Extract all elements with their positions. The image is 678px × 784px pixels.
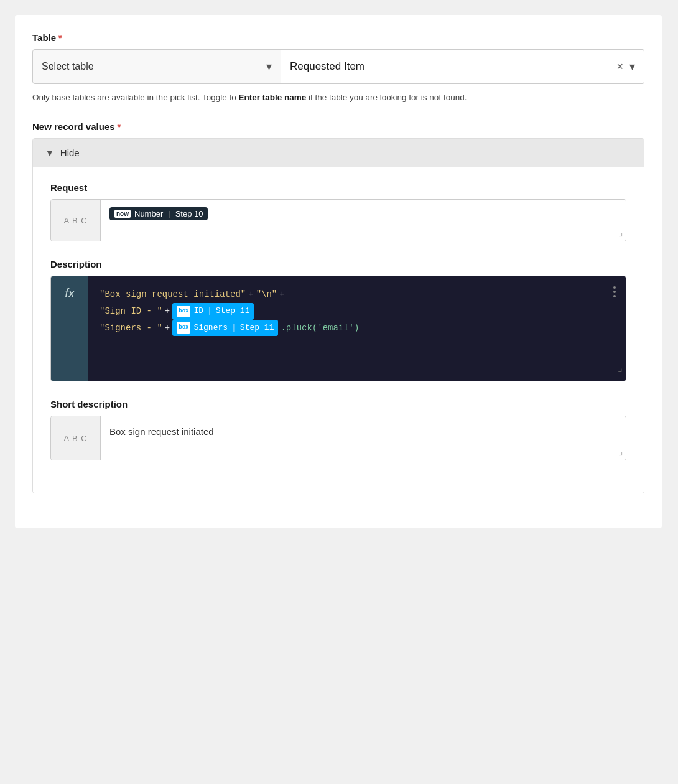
short-description-value: Box sign request initiated (109, 426, 214, 437)
code-line-1: "Box sign request initiated" + "\n" + (100, 286, 615, 303)
table-section: Table * Select table ▾ Requested Item × … (32, 32, 644, 104)
table-helper-text: Only base tables are available in the pi… (32, 91, 629, 104)
code-line1-op1: + (248, 286, 253, 303)
request-field-row: A B C now Number | Step 10 ⌟ (50, 199, 626, 241)
new-record-section: New record values * ▼ Hide Request A B C… (32, 121, 644, 493)
description-code-editor[interactable]: fx "Box sign request initiated" + "\n" (50, 276, 626, 381)
code-editor-gutter: fx (51, 276, 88, 381)
code-editor-body[interactable]: "Box sign request initiated" + "\n" + "S… (88, 276, 626, 381)
table-required-star: * (58, 33, 62, 43)
description-field-block: Description fx "Box sign request initiat… (50, 259, 626, 381)
code-line2-str1: "Sign ID - " (100, 303, 162, 320)
request-field-block: Request A B C now Number | Step 10 ⌟ (50, 182, 626, 241)
request-pill-step: Step 10 (175, 209, 203, 218)
code-line-3: "Signers - " + box Signers | Step 11 .pl… (100, 320, 615, 337)
id-pill-separator: | (207, 304, 212, 319)
request-pill-tag: now Number | Step 10 (109, 207, 208, 220)
record-fields-container: Request A B C now Number | Step 10 ⌟ (33, 167, 644, 493)
code-line1-op2: + (279, 286, 284, 303)
code-line3-op1: + (165, 320, 170, 337)
helper-text-part2: if the table you are looking for is not … (306, 93, 467, 102)
short-desc-resize-handle: ⌟ (618, 446, 623, 457)
select-table-dropdown[interactable]: Select table ▾ (32, 49, 281, 84)
box-logo-signers: box (177, 322, 190, 334)
table-selectors-row: Select table ▾ Requested Item × ▾ (32, 49, 644, 84)
selected-table-value: Requested Item (290, 60, 365, 73)
short-description-content[interactable]: Box sign request initiated ⌟ (101, 416, 626, 460)
new-record-label-text: New record values (32, 121, 115, 132)
request-pill-separator: | (168, 209, 170, 218)
description-resize-handle: ⌟ (617, 360, 623, 378)
vertical-dots-icon (613, 286, 616, 297)
table-section-label: Table * (32, 32, 644, 43)
description-signers-pill: box Signers | Step 11 (172, 320, 278, 337)
collapse-header[interactable]: ▼ Hide (33, 139, 644, 167)
selected-box-controls: × ▾ (616, 60, 635, 73)
code-line3-method: .pluck('email') (281, 320, 359, 337)
request-pill-field: Number (134, 209, 163, 218)
id-pill-field: ID (193, 304, 203, 319)
helper-text-part1: Only base tables are available in the pi… (32, 93, 238, 102)
code-line-2: "Sign ID - " + box ID | Step 11 (100, 303, 615, 320)
new-record-required-star: * (118, 122, 121, 132)
code-line1-str2: "\n" (256, 286, 277, 303)
code-line2-op1: + (165, 303, 170, 320)
id-pill-step: Step 11 (216, 304, 250, 319)
fx-label: fx (65, 286, 75, 301)
request-field-label: Request (50, 182, 626, 193)
helper-text-bold: Enter table name (238, 93, 306, 102)
code-line3-str1: "Signers - " (100, 320, 162, 337)
description-field-label: Description (50, 259, 626, 269)
short-description-field-block: Short description A B C Box sign request… (50, 399, 626, 460)
dropdown-chevron-icon: ▾ (266, 60, 272, 73)
new-record-panel: ▼ Hide Request A B C now Number | (32, 138, 644, 493)
select-table-placeholder: Select table (42, 61, 94, 72)
page-container: Table * Select table ▾ Requested Item × … (15, 15, 662, 528)
short-description-label: Short description (50, 399, 626, 409)
short-description-field-row: A B C Box sign request initiated ⌟ (50, 416, 626, 460)
request-resize-handle: ⌟ (618, 226, 623, 238)
new-record-section-label: New record values * (32, 121, 644, 132)
box-logo-id: box (177, 306, 190, 317)
clear-selection-icon[interactable]: × (616, 60, 623, 73)
short-desc-type-badge: A B C (51, 416, 101, 460)
now-logo: now (114, 210, 131, 218)
code-line1-str1: "Box sign request initiated" (100, 286, 246, 303)
request-field-content[interactable]: now Number | Step 10 ⌟ (101, 200, 626, 241)
table-label-text: Table (32, 32, 56, 43)
selected-box-chevron-icon: ▾ (629, 60, 635, 73)
request-type-badge: A B C (51, 200, 101, 241)
signers-pill-field: Signers (193, 320, 228, 336)
selected-table-box[interactable]: Requested Item × ▾ (281, 49, 644, 84)
collapse-arrow-icon: ▼ (45, 148, 54, 158)
signers-pill-separator: | (231, 320, 236, 336)
collapse-label: Hide (60, 147, 80, 158)
signers-pill-step: Step 11 (240, 320, 274, 336)
description-id-pill: box ID | Step 11 (172, 303, 254, 320)
